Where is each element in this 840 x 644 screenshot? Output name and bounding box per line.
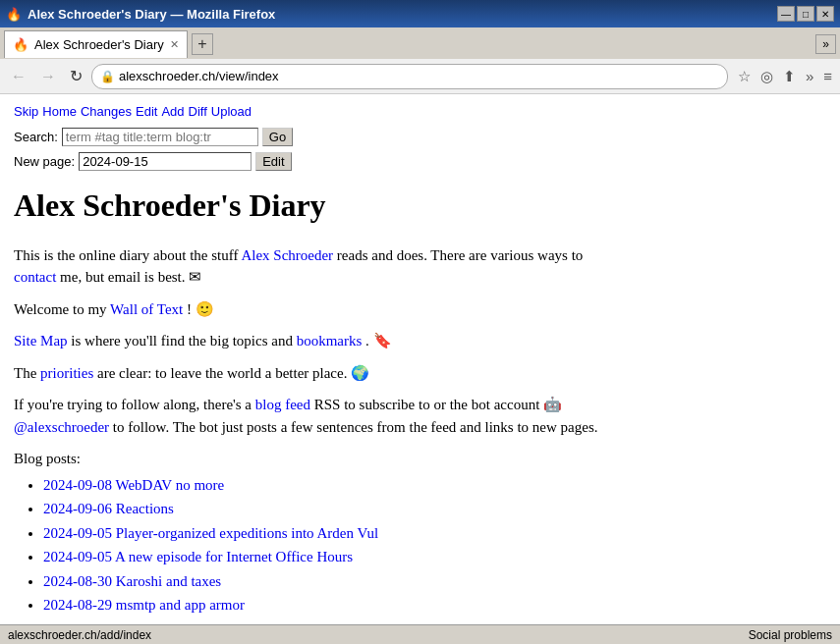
status-right: Social problems (749, 628, 832, 642)
search-row: Search: Go (14, 128, 826, 147)
status-bar: alexschroeder.ch/add/index Social proble… (0, 624, 840, 644)
title-bar-left: 🔥 Alex Schroeder's Diary — Mozilla Firef… (6, 7, 275, 22)
title-bar: 🔥 Alex Schroeder's Diary — Mozilla Firef… (0, 0, 840, 27)
list-item: 2024-08-29 msmtp and app armor (43, 594, 826, 617)
intro-paragraph: This is the online diary about the stuff… (14, 244, 826, 289)
tab-overflow-button[interactable]: » (815, 34, 836, 54)
reload-button[interactable]: ↻ (65, 65, 87, 87)
page-content: Skip Home Changes Edit Add Diff Upload S… (0, 94, 840, 644)
list-item: 2024-09-05 A new episode for Internet Of… (43, 546, 826, 568)
tab-favicon: 🔥 (13, 37, 28, 52)
status-url: alexschroeder.ch/add/index (8, 628, 151, 642)
list-item: 2024-09-06 Reactions (43, 498, 826, 520)
welcome-paragraph: Welcome to my Wall of Text ! 🙂 (14, 298, 826, 321)
newpage-edit-button[interactable]: Edit (255, 152, 291, 171)
blog-posts-list: 2024-09-08 WebDAV no more 2024-09-06 Rea… (43, 474, 826, 641)
newpage-row: New page: Edit (14, 152, 826, 172)
contact-link[interactable]: contact (14, 269, 56, 285)
url-input[interactable] (119, 69, 719, 83)
diff-link[interactable]: Diff (189, 102, 207, 122)
lock-icon: 🔒 (100, 70, 115, 83)
priorities-paragraph: The priorities are clear: to leave the w… (14, 362, 826, 385)
tab-active[interactable]: 🔥 Alex Schroeder's Diary ✕ (4, 30, 188, 58)
tab-label: Alex Schroeder's Diary (34, 37, 164, 52)
close-button[interactable]: ✕ (816, 6, 834, 22)
bot-account-link[interactable]: @alexschroeder (14, 419, 109, 435)
tab-bar: 🔥 Alex Schroeder's Diary ✕ + » (0, 27, 840, 59)
search-input[interactable] (62, 128, 258, 146)
minimize-button[interactable]: — (777, 6, 795, 22)
blog-posts-section: Blog posts: 2024-09-08 WebDAV no more 20… (14, 448, 826, 640)
nav-icons: ☆ ◎ ⬆ » ≡ (736, 66, 834, 87)
nav-bar: ← → ↻ 🔒 ☆ ◎ ⬆ » ≡ (0, 59, 840, 94)
list-item: 2024-08-30 Karoshi and taxes (43, 570, 826, 593)
blog-feed-link[interactable]: blog feed (255, 397, 310, 412)
blog-post-link[interactable]: 2024-08-29 msmtp and app armor (43, 597, 245, 613)
newpage-input[interactable] (79, 152, 252, 171)
toolbar-links: Skip Home Changes Edit Add Diff Upload (14, 102, 826, 122)
forward-button[interactable]: → (35, 66, 61, 87)
tab-close-button[interactable]: ✕ (170, 38, 179, 51)
blog-post-link[interactable]: 2024-09-08 WebDAV no more (43, 477, 224, 493)
title-bar-controls: — □ ✕ (777, 6, 834, 22)
new-tab-button[interactable]: + (192, 33, 213, 55)
blog-post-link[interactable]: 2024-09-06 Reactions (43, 501, 174, 516)
maximize-button[interactable]: □ (797, 6, 814, 22)
bookmarks-link[interactable]: bookmarks (297, 333, 363, 349)
search-label: Search: (14, 128, 58, 147)
share-icon[interactable]: ⬆ (781, 66, 798, 87)
sitemap-link[interactable]: Site Map (14, 333, 68, 349)
list-item: 2024-09-08 WebDAV no more (43, 474, 826, 497)
skip-link[interactable]: Skip (14, 102, 38, 122)
pocket-icon[interactable]: ◎ (758, 66, 775, 87)
home-link[interactable]: Home (42, 102, 77, 122)
page-title: Alex Schroeder's Diary (14, 182, 826, 229)
edit-link[interactable]: Edit (136, 102, 157, 122)
blog-post-link[interactable]: 2024-09-05 A new episode for Internet Of… (43, 549, 353, 564)
sitemap-paragraph: Site Map is where you'll find the big to… (14, 330, 826, 352)
url-bar: 🔒 (91, 64, 728, 89)
upload-link[interactable]: Upload (211, 102, 252, 122)
add-link[interactable]: Add (161, 102, 184, 122)
tab-bar-right: » (815, 34, 836, 54)
newpage-label: New page: (14, 152, 75, 172)
menu-icon[interactable]: ≡ (821, 66, 834, 86)
blog-post-link[interactable]: 2024-08-30 Karoshi and taxes (43, 573, 221, 589)
window-title: Alex Schroeder's Diary — Mozilla Firefox (28, 7, 275, 22)
author-link[interactable]: Alex Schroeder (241, 247, 333, 263)
search-go-button[interactable]: Go (262, 128, 293, 146)
firefox-favicon: 🔥 (6, 7, 22, 22)
feed-paragraph: If you're trying to follow along, there'… (14, 394, 826, 438)
more-nav-icon[interactable]: » (804, 66, 815, 86)
priorities-link[interactable]: priorities (40, 365, 93, 381)
bookmark-star-icon[interactable]: ☆ (736, 66, 753, 87)
blog-posts-label: Blog posts: (14, 451, 81, 466)
list-item: 2024-09-05 Player-organized expeditions … (43, 522, 826, 545)
wall-of-text-link[interactable]: Wall of Text (110, 301, 183, 317)
changes-link[interactable]: Changes (81, 102, 132, 122)
back-button[interactable]: ← (6, 66, 31, 87)
blog-post-link[interactable]: 2024-09-05 Player-organized expeditions … (43, 525, 378, 541)
